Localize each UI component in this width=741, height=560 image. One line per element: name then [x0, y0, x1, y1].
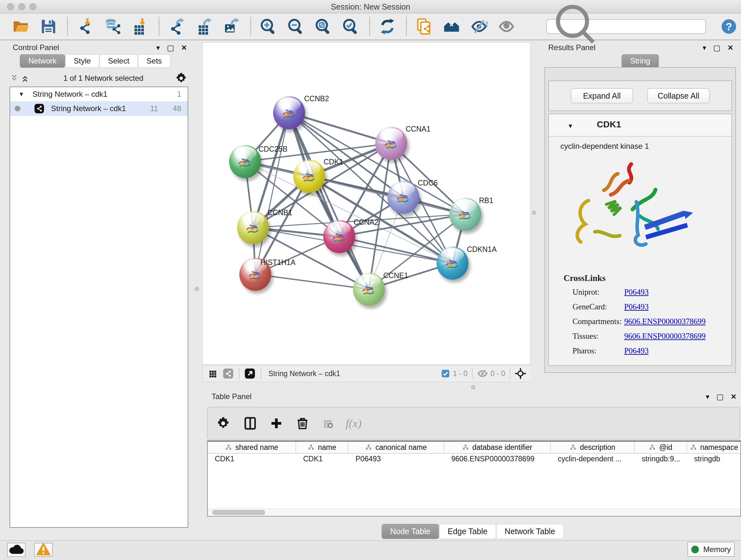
zoom-out-icon[interactable]: [287, 17, 305, 36]
create-column-icon[interactable]: [269, 416, 284, 431]
folder-open-icon[interactable]: [12, 17, 30, 36]
panel-close-icon[interactable]: ✕: [728, 44, 733, 51]
network-node-CDKN1A[interactable]: [436, 246, 468, 280]
export-image-icon[interactable]: [223, 17, 241, 36]
right-splitter-handle[interactable]: [532, 210, 536, 215]
column-header-database-identifier[interactable]: database identifier: [444, 442, 551, 453]
zoom-in-icon[interactable]: [259, 17, 277, 36]
expand-all-icon[interactable]: [20, 73, 31, 83]
crosslink-link[interactable]: 9606.ENSP00000378699: [624, 332, 705, 341]
tab-sets[interactable]: Sets: [138, 54, 171, 68]
table-cell[interactable]: P06493: [348, 454, 444, 465]
tab-select[interactable]: Select: [99, 54, 138, 68]
collapse-all-icon[interactable]: [10, 73, 20, 83]
table-cell[interactable]: CDK1: [208, 454, 296, 465]
tab-network[interactable]: Network: [20, 54, 65, 68]
cloud-button[interactable]: [7, 543, 25, 557]
column-header-canonical-name[interactable]: canonical name: [348, 442, 444, 453]
network-share-icon[interactable]: [222, 368, 234, 379]
show-panel-icon[interactable]: [497, 17, 515, 36]
panel-close-icon[interactable]: ✕: [731, 393, 737, 400]
panel-float-icon[interactable]: ▢: [167, 44, 174, 52]
warnings-button[interactable]: [34, 543, 53, 557]
table-cell[interactable]: cyclin-dependent ...: [551, 454, 635, 465]
network-node-RB1[interactable]: [449, 198, 481, 231]
gene-disclosure-icon[interactable]: ▼: [567, 123, 574, 130]
crosslink-link[interactable]: P06493: [624, 347, 649, 355]
import-table-icon[interactable]: [131, 17, 149, 36]
collection-disclosure-icon[interactable]: ▼: [18, 91, 24, 98]
import-database-icon[interactable]: [104, 17, 122, 36]
panel-float-icon[interactable]: ▢: [717, 393, 724, 401]
network-node-CCNB2[interactable]: [273, 96, 305, 129]
hidden-eye-icon[interactable]: [477, 368, 488, 379]
column-header-description[interactable]: description: [551, 442, 635, 453]
selected-checkbox-icon[interactable]: [441, 369, 450, 378]
table-cell[interactable]: 9606.ENSP00000378699: [444, 454, 551, 465]
crosslink-link[interactable]: P06493: [624, 302, 649, 311]
network-options-gear-icon[interactable]: [176, 72, 188, 84]
collapse-all-button[interactable]: Collapse All: [647, 88, 710, 104]
panel-menu-icon[interactable]: ▾: [706, 393, 710, 400]
gene-header[interactable]: ▼ CDK1: [549, 114, 731, 137]
network-collection-row[interactable]: ▼ String Network – cdk1 1: [10, 87, 188, 101]
column-label: shared name: [235, 443, 278, 452]
search-input[interactable]: [606, 22, 705, 31]
tab-style[interactable]: Style: [65, 54, 99, 68]
network-node-CCNB1[interactable]: [237, 211, 269, 244]
open-in-window-icon[interactable]: [244, 368, 256, 379]
network-edge[interactable]: [255, 274, 369, 289]
crosslink-link[interactable]: P06493: [624, 288, 649, 297]
network-canvas[interactable]: CCNB2 CCNA1 CDC25B CDK1 CDC6 RB1 CCNB1 C…: [203, 43, 531, 365]
expand-all-button[interactable]: Expand All: [570, 88, 633, 104]
show-columns-icon[interactable]: [243, 416, 258, 431]
tab-network-table[interactable]: Network Table: [496, 524, 563, 539]
help-icon[interactable]: ?: [721, 18, 737, 35]
column-header-name[interactable]: name: [296, 442, 348, 453]
network-edge[interactable]: [289, 113, 369, 289]
table-cell[interactable]: stringdb: [687, 454, 741, 465]
network-node-CCNA1[interactable]: [375, 127, 407, 160]
network-node-CDC6[interactable]: [387, 181, 419, 214]
panel-close-icon[interactable]: ✕: [181, 44, 187, 51]
export-table-icon[interactable]: [195, 17, 213, 36]
panel-menu-icon[interactable]: ▾: [703, 44, 706, 51]
table-row[interactable]: CDK1CDK1P064939606.ENSP00000378699cyclin…: [208, 454, 740, 465]
network-node-CDK1[interactable]: [293, 160, 325, 193]
left-splitter-handle[interactable]: [195, 287, 199, 291]
network-node-CDC25B[interactable]: [229, 145, 261, 178]
column-header--id[interactable]: @id: [635, 442, 687, 453]
delete-column-icon[interactable]: [295, 416, 310, 431]
table-horizontal-scrollbar[interactable]: [208, 508, 740, 516]
table-options-gear-icon[interactable]: [217, 416, 231, 431]
import-network-icon[interactable]: [76, 17, 94, 36]
network-node-CCNE1[interactable]: [353, 273, 385, 306]
panel-menu-icon[interactable]: ▾: [156, 44, 160, 51]
network-row[interactable]: String Network – cdk1 11 48: [10, 101, 188, 116]
export-network-icon[interactable]: [168, 17, 186, 36]
scrollbar-thumb[interactable]: [212, 510, 265, 515]
zoom-fit-icon[interactable]: [314, 17, 332, 36]
zoom-selected-icon[interactable]: [342, 17, 360, 36]
birdseye-grid-icon[interactable]: [207, 368, 219, 379]
table-cell[interactable]: CDK1: [296, 454, 348, 465]
network-edge[interactable]: [255, 113, 289, 274]
column-header-shared-name[interactable]: shared name: [208, 442, 296, 453]
column-header-namespace[interactable]: namespace: [687, 442, 741, 453]
refresh-icon[interactable]: [379, 17, 396, 36]
tab-edge-table[interactable]: Edge Table: [439, 524, 496, 539]
save-icon[interactable]: [40, 17, 57, 36]
table-cell[interactable]: stringdb:9...: [635, 454, 687, 465]
crosslink-link[interactable]: 9606.ENSP00000378699: [624, 317, 705, 326]
hide-panel-icon[interactable]: [470, 17, 488, 36]
panel-float-icon[interactable]: ▢: [713, 44, 721, 52]
document-share-icon[interactable]: [415, 17, 433, 36]
fit-selected-crosshair-icon[interactable]: [515, 368, 526, 379]
network-node-CCNA2[interactable]: [323, 220, 355, 253]
cloud-icon: [8, 541, 25, 559]
tab-node-table[interactable]: Node Table: [382, 524, 439, 539]
home-icon[interactable]: [443, 17, 461, 36]
memory-button[interactable]: Memory: [687, 542, 735, 557]
horizontal-splitter-handle[interactable]: [471, 385, 475, 389]
tab-string[interactable]: String: [622, 54, 659, 68]
